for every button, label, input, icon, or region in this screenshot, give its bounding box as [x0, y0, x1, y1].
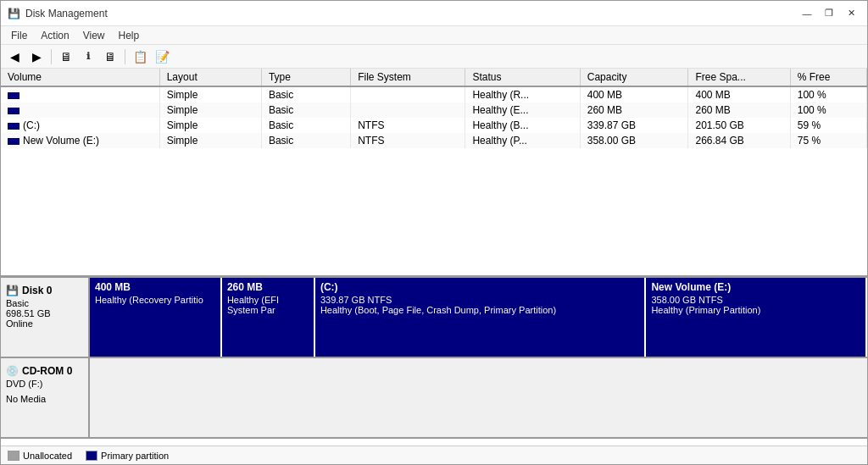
- row-2-capacity: 339.87 GB: [580, 118, 688, 133]
- partition-0-0-size: 400 MB: [95, 281, 215, 293]
- cd-rom-0-label: 💿 CD-ROM 0 DVD (F:) No Media: [1, 358, 90, 437]
- forward-button[interactable]: ▶: [26, 47, 47, 66]
- row-0-layout: Simple: [159, 86, 261, 102]
- table-header-row: Volume Layout Type File System Status Ca…: [1, 69, 867, 86]
- row-2-pct_free: 59 %: [790, 118, 866, 133]
- partition-0-3-name: New Volume (E:): [651, 281, 860, 293]
- title-bar: 💾 Disk Management — ❐ ✕: [1, 1, 867, 26]
- col-layout[interactable]: Layout: [159, 69, 261, 86]
- row-2-type: Basic: [261, 118, 350, 133]
- row-0-free_space: 400 MB: [688, 86, 790, 102]
- row-3-filesystem: NTFS: [351, 133, 465, 148]
- row-2-status: Healthy (B...: [465, 118, 580, 133]
- row-2-free_space: 201.50 GB: [688, 118, 790, 133]
- row-0-filesystem: [351, 86, 465, 102]
- row-1-volume: [1, 102, 159, 118]
- partition-0-1-desc: Healthy (EFI System Par: [227, 295, 309, 315]
- disk-0-icon: 💾: [6, 285, 19, 296]
- menu-bar: File Action View Help: [1, 26, 867, 45]
- disk-0-row: 💾 Disk 0 Basic 698.51 GB Online 400 MB H…: [1, 278, 867, 358]
- row-0-pct_free: 100 %: [790, 86, 866, 102]
- toolbar-separator-1: [51, 49, 52, 64]
- partition-0-2[interactable]: (C:) 339.87 GB NTFS Healthy (Boot, Page …: [315, 278, 647, 357]
- window-title: Disk Management: [25, 8, 108, 19]
- cd-rom-0-type: DVD (F:): [6, 379, 83, 389]
- table-row[interactable]: SimpleBasicHealthy (E...260 MB260 MB100 …: [1, 102, 867, 118]
- disk-0-status: Online: [6, 318, 83, 329]
- main-content: Volume Layout Type File System Status Ca…: [1, 69, 867, 464]
- volume-icon: [8, 123, 19, 130]
- legend-primary: Primary partition: [86, 451, 169, 461]
- row-0-volume: [1, 86, 159, 102]
- legend-bar: Unallocated Primary partition: [1, 446, 867, 464]
- row-2-layout: Simple: [159, 118, 261, 133]
- minimize-button[interactable]: —: [798, 4, 816, 23]
- window-icon: 💾: [8, 8, 20, 19]
- row-0-status: Healthy (R...: [465, 86, 580, 102]
- volume-table: Volume Layout Type File System Status Ca…: [1, 69, 867, 148]
- row-1-filesystem: [351, 102, 465, 118]
- disk-0-partitions: 400 MB Healthy (Recovery Partitio 260 MB…: [90, 278, 867, 357]
- menu-help[interactable]: Help: [112, 28, 147, 43]
- table-row[interactable]: (C:)SimpleBasicNTFSHealthy (B...339.87 G…: [1, 118, 867, 133]
- row-1-pct_free: 100 %: [790, 102, 866, 118]
- row-1-type: Basic: [261, 102, 350, 118]
- row-1-status: Healthy (E...: [465, 102, 580, 118]
- restore-button[interactable]: ❐: [820, 4, 838, 23]
- legend-unallocated-box: [8, 451, 19, 461]
- partition-0-2-desc: Healthy (Boot, Page File, Crash Dump, Pr…: [320, 305, 640, 315]
- col-volume[interactable]: Volume: [1, 69, 159, 86]
- back-button[interactable]: ◀: [4, 47, 25, 66]
- disk-0-name: 💾 Disk 0: [6, 285, 83, 296]
- col-capacity[interactable]: Capacity: [580, 69, 688, 86]
- cd-rom-0-row: 💿 CD-ROM 0 DVD (F:) No Media: [1, 358, 867, 439]
- title-bar-left: 💾 Disk Management: [8, 8, 108, 19]
- row-3-type: Basic: [261, 133, 350, 148]
- col-free-space[interactable]: Free Spa...: [688, 69, 790, 86]
- partition-0-3[interactable]: New Volume (E:) 358.00 GB NTFS Healthy (…: [646, 278, 867, 357]
- col-type[interactable]: Type: [261, 69, 350, 86]
- lower-scroll-area[interactable]: 💾 Disk 0 Basic 698.51 GB Online 400 MB H…: [1, 278, 867, 446]
- table-row[interactable]: New Volume (E:)SimpleBasicNTFSHealthy (P…: [1, 133, 867, 148]
- partition-0-1[interactable]: 260 MB Healthy (EFI System Par: [222, 278, 315, 357]
- row-1-capacity: 260 MB: [580, 102, 688, 118]
- menu-action[interactable]: Action: [34, 28, 75, 43]
- legend-primary-box: [86, 451, 97, 461]
- toolbar-btn-2[interactable]: ℹ: [78, 47, 98, 66]
- disk-0-label: 💾 Disk 0 Basic 698.51 GB Online: [1, 278, 90, 357]
- partition-0-1-size: 260 MB: [227, 281, 309, 293]
- toolbar-btn-5[interactable]: 📝: [152, 47, 172, 66]
- partition-0-2-size: 339.87 GB NTFS: [320, 295, 640, 305]
- row-3-capacity: 358.00 GB: [580, 133, 688, 148]
- title-bar-controls: — ❐ ✕: [798, 4, 860, 23]
- toolbar-btn-1[interactable]: 🖥: [56, 47, 76, 66]
- volume-icon: [8, 108, 19, 114]
- col-filesystem[interactable]: File System: [351, 69, 465, 86]
- row-2-filesystem: NTFS: [351, 118, 465, 133]
- main-window: 💾 Disk Management — ❐ ✕ File Action View…: [0, 0, 868, 465]
- cd-rom-0-icon: 💿: [6, 365, 19, 377]
- partition-0-0[interactable]: 400 MB Healthy (Recovery Partitio: [90, 278, 222, 357]
- col-status[interactable]: Status: [465, 69, 580, 86]
- volume-icon: [8, 92, 19, 99]
- col-pct-free[interactable]: % Free: [790, 69, 866, 86]
- toolbar-btn-4[interactable]: 📋: [130, 47, 150, 66]
- legend-primary-label: Primary partition: [101, 451, 169, 461]
- upper-pane[interactable]: Volume Layout Type File System Status Ca…: [1, 69, 867, 278]
- cd-rom-0-name: 💿 CD-ROM 0: [6, 365, 83, 377]
- legend-unallocated: Unallocated: [8, 451, 72, 461]
- menu-file[interactable]: File: [4, 28, 34, 43]
- lower-pane: 💾 Disk 0 Basic 698.51 GB Online 400 MB H…: [1, 278, 867, 464]
- volume-icon: [8, 138, 19, 145]
- row-1-layout: Simple: [159, 102, 261, 118]
- toolbar-btn-3[interactable]: 🖥: [100, 47, 120, 66]
- menu-view[interactable]: View: [76, 28, 112, 43]
- row-2-volume: (C:): [1, 118, 159, 133]
- row-3-free_space: 266.84 GB: [688, 133, 790, 148]
- table-row[interactable]: SimpleBasicHealthy (R...400 MB400 MB100 …: [1, 86, 867, 102]
- row-3-volume: New Volume (E:): [1, 133, 159, 148]
- close-button[interactable]: ✕: [842, 4, 860, 23]
- partition-0-3-desc: Healthy (Primary Partition): [651, 305, 860, 315]
- partition-0-2-name: (C:): [320, 281, 640, 293]
- disk-0-size: 698.51 GB: [6, 308, 83, 318]
